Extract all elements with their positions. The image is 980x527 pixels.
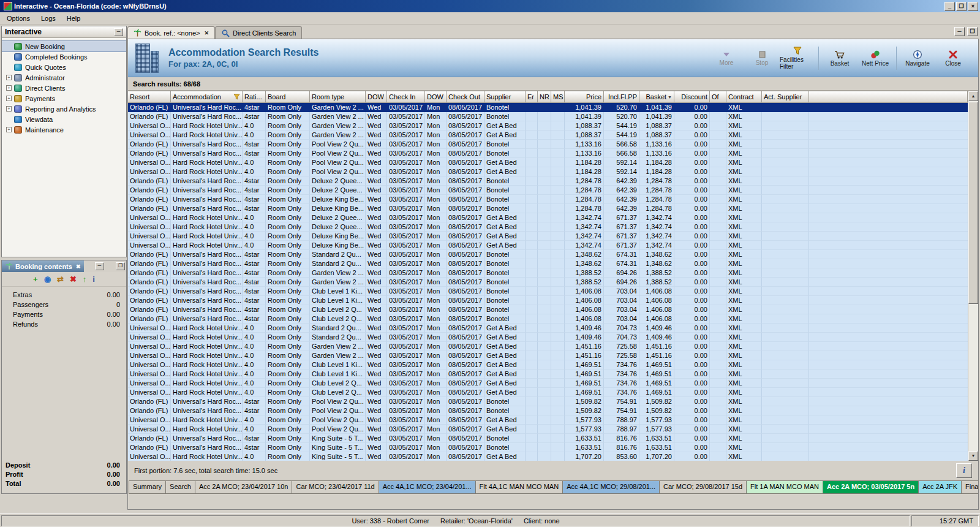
sidebar-item-maintenance[interactable]: +Maintenance [2,124,126,135]
vertical-scrollbar[interactable]: ▲ ▼ [968,91,978,461]
transfer-icon[interactable]: ⇄ [57,275,64,283]
results-row[interactable]: Universal O...Hard Rock Hotel Univ...4.0… [128,222,968,232]
close-button[interactable]: × [968,2,978,11]
sidebar-item-reporting-and-analytics[interactable]: +Reporting and Analytics [2,104,126,114]
bottom-tab-flt-1a-man-mco-man[interactable]: Flt 1A MAN MCO MAN [747,480,823,494]
results-row[interactable]: Orlando (FL)Universal's Hard Roc...4star… [128,259,968,268]
maximize-button[interactable]: ❐ [956,2,967,11]
column-header-contract-18[interactable]: Contract [726,91,762,103]
mdi-minimize-button[interactable]: ─ [954,27,965,36]
column-header-resort-0[interactable]: Resort [128,91,171,103]
tab-direct-clients-search[interactable]: Direct Clients Search [215,26,302,39]
column-header-ms-12[interactable]: MS [551,91,565,103]
results-row[interactable]: Orlando (FL)Universal's Hard Roc...4star… [128,268,968,278]
collapse-panel-button[interactable]: ─ [114,28,123,36]
column-header-check-out-8[interactable]: Check Out [447,91,484,103]
panel-minimize-button[interactable]: ─ [95,262,104,270]
sidebar-item-administrator[interactable]: +Administrator [2,72,126,83]
bottom-tab-summary[interactable]: Summary [129,480,166,494]
booking-list-item[interactable]: Passengers0 [13,301,120,311]
expander-icon[interactable]: + [6,85,12,91]
bottom-tab-acc-4a-1c-mco-23-04-201[interactable]: Acc 4A,1C MCO; 23/04/201... [379,480,476,494]
bottom-tab-acc-2a-mco-23-04-2017-10n[interactable]: Acc 2A MCO; 23/04/2017 10n [195,480,293,494]
sidebar-item-quick-quotes[interactable]: Quick Quotes [2,62,126,72]
column-header-dow-5[interactable]: DOW [366,91,387,103]
scroll-down-arrow[interactable]: ▼ [968,451,978,461]
column-header-rati-2[interactable]: Rati... [243,91,266,103]
info-button[interactable]: i [956,463,972,478]
results-row[interactable]: Universal O...Hard Rock Hotel Univ...4.0… [128,388,968,397]
bottom-tab-car-mco-29-08-2017-15d[interactable]: Car MCO; 29/08/2017 15d [660,480,747,494]
results-row[interactable]: Universal O...Hard Rock Hotel Univ...4.0… [128,425,968,434]
sidebar-item-direct-clients[interactable]: +Direct Clients [2,83,126,93]
booking-list-item[interactable]: Payments0.00 [13,311,120,320]
results-row[interactable]: Orlando (FL)Universal's Hard Roc...4star… [128,112,968,121]
close-button[interactable]: Close [935,48,971,68]
column-header-incl-fl-pp-14[interactable]: Incl.Fl.PP [604,91,639,103]
column-header-er-10[interactable]: Er [526,91,538,103]
results-row[interactable]: Orlando (FL)Universal's Hard Roc...4star… [128,103,968,112]
menu-logs[interactable]: Logs [36,13,61,24]
results-row[interactable]: Orlando (FL)Universal's Hard Roc...4star… [128,406,968,415]
results-row[interactable]: Universal O...Hard Rock Hotel Univ...4.0… [128,379,968,388]
delete-icon[interactable]: ✖ [70,275,77,283]
scrollbar-thumb[interactable] [968,102,978,304]
column-header-board-3[interactable]: Board [266,91,310,103]
results-row[interactable]: Orlando (FL)Universal's Hard Roc...4star… [128,305,968,314]
expander-icon[interactable]: + [6,106,12,112]
column-header-basket-15[interactable]: Basket▼ [639,91,674,103]
results-row[interactable]: Universal O...Hard Rock Hotel Univ...4.0… [128,452,968,461]
scroll-up-arrow[interactable]: ▲ [968,91,978,101]
column-header-supplier-9[interactable]: Supplier [484,91,526,103]
bottom-tab-acc-4a-1c-mco-29-08-201[interactable]: Acc 4A,1C MCO; 29/08/201... [563,480,660,494]
info-icon[interactable]: i [92,275,95,283]
column-header-discount-16[interactable]: Discount [674,91,710,103]
results-row[interactable]: Universal O...Hard Rock Hotel Univ...4.0… [128,324,968,333]
add-icon[interactable]: + [33,275,38,283]
refresh-up-icon[interactable]: ↑ [83,275,87,283]
results-row[interactable]: Orlando (FL)Universal's Hard Roc...4star… [128,149,968,158]
close-panel-icon[interactable]: ✖ [76,264,81,270]
booking-list-item[interactable]: Extras0.00 [13,291,120,301]
results-row[interactable]: Orlando (FL)Universal's Hard Roc...4star… [128,140,968,149]
filter-funnel-icon[interactable] [233,94,240,100]
results-row[interactable]: Universal O...Hard Rock Hotel Univ...4.0… [128,158,968,167]
column-header-accommodation-1[interactable]: Accommodation [171,91,243,103]
results-row[interactable]: Universal O...Hard Rock Hotel Univ...4.0… [128,415,968,425]
results-row[interactable]: Universal O...Hard Rock Hotel Univ...4.0… [128,333,968,342]
bottom-tab-car-mco-23-04-2017-11d[interactable]: Car MCO; 23/04/2017 11d [292,480,379,494]
bottom-tab-search[interactable]: Search [166,480,195,494]
mdi-restore-button[interactable]: ❐ [967,27,978,36]
bottom-tab-financial-summary[interactable]: Financial Summary [962,480,978,494]
bottom-tab-acc-2a-jfk[interactable]: Acc 2A JFK [919,480,962,494]
sidebar-item-payments[interactable]: +Payments [2,93,126,104]
booking-list-item[interactable]: Refunds0.00 [13,320,120,330]
sidebar-item-completed-bookings[interactable]: Completed Bookings [2,51,126,62]
results-row[interactable]: Orlando (FL)Universal's Hard Roc...4star… [128,250,968,259]
results-row[interactable]: Orlando (FL)Universal's Hard Roc...4star… [128,186,968,195]
results-row[interactable]: Universal O...Hard Rock Hotel Univ...4.0… [128,131,968,140]
bottom-tab-acc-2a-mco-03-05-2017-5n[interactable]: Acc 2A MCO; 03/05/2017 5n [823,480,919,494]
results-row[interactable]: Universal O...Hard Rock Hotel Univ...4.0… [128,342,968,351]
bottom-tab-flt-4a-1c-man-mco-man[interactable]: Flt 4A,1C MAN MCO MAN [476,480,564,494]
sidebar-item-new-booking[interactable]: New Booking [2,41,126,51]
column-header-act-supplier-19[interactable]: Act. Supplier [762,91,809,103]
globe-icon[interactable]: ◉ [44,275,51,283]
panel-restore-button[interactable]: ❐ [116,262,125,270]
results-row[interactable]: Universal O...Hard Rock Hotel Univ...4.0… [128,232,968,241]
column-header-dow-7[interactable]: DOW [425,91,447,103]
column-header-price-13[interactable]: Price [565,91,604,103]
column-header-check-in-6[interactable]: Check In [387,91,425,103]
sidebar-item-viewdata[interactable]: Viewdata [2,114,126,124]
results-row[interactable]: Universal O...Hard Rock Hotel Univ...4.0… [128,241,968,250]
expander-icon[interactable]: + [6,127,12,132]
results-row[interactable]: Orlando (FL)Universal's Hard Roc...4star… [128,287,968,296]
booking-contents-caption[interactable]: Booking contents ✖ [2,260,84,272]
results-row[interactable]: Universal O...Hard Rock Hotel Univ...4.0… [128,213,968,222]
results-row[interactable]: Orlando (FL)Universal's Hard Roc...4star… [128,195,968,204]
expander-icon[interactable]: + [6,96,12,101]
navigate-button[interactable]: Navigate [900,48,935,68]
menu-help[interactable]: Help [61,13,86,24]
results-row[interactable]: Universal O...Hard Rock Hotel Univ...4.0… [128,121,968,131]
results-row[interactable]: Orlando (FL)Universal's Hard Roc...4star… [128,443,968,452]
